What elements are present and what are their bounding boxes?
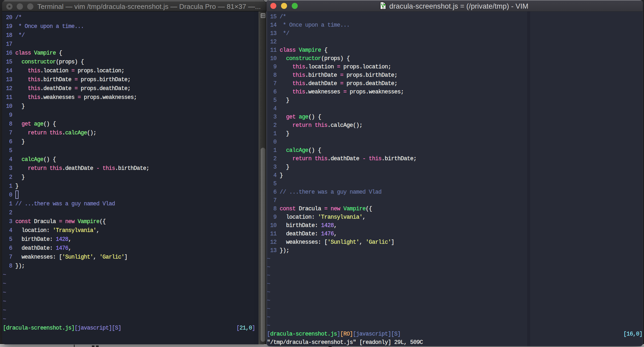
svg-text:JS: JS xyxy=(382,7,384,9)
